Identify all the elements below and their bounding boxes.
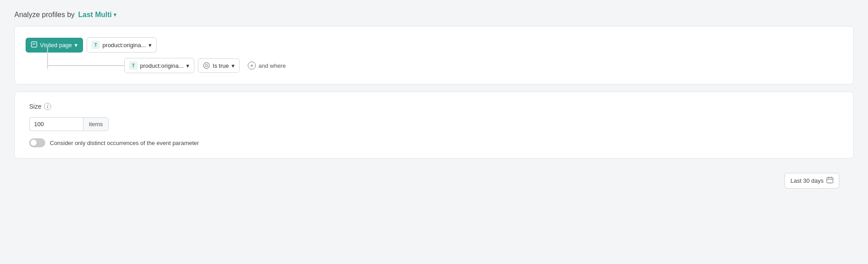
- property-dropdown-1[interactable]: T product:origina... ▾: [87, 37, 157, 53]
- and-where-label: and where: [259, 62, 286, 69]
- property-label-2: product:origina...: [140, 62, 184, 69]
- toggle-row: Consider only distinct occurrences of th…: [29, 138, 839, 147]
- condition-icon: [203, 62, 210, 69]
- size-label-row: Size i: [29, 103, 839, 110]
- filter-card: Visited page ▾ T product:origina... ▾ T: [14, 26, 854, 84]
- property-chevron-2: ▾: [186, 62, 189, 69]
- svg-rect-3: [827, 178, 833, 183]
- svg-point-1: [203, 63, 209, 69]
- size-unit-label: items: [83, 117, 109, 131]
- svg-point-2: [205, 65, 207, 67]
- toggle-label: Consider only distinct occurrences of th…: [50, 140, 199, 146]
- size-input-row: items: [29, 117, 839, 131]
- property-dropdown-2[interactable]: T product:origina... ▾: [124, 58, 194, 73]
- size-label: Size: [29, 103, 41, 110]
- calendar-icon: [826, 176, 833, 185]
- size-card: Size i items Consider only distinct occu…: [14, 92, 854, 158]
- property-chevron-1: ▾: [149, 42, 152, 48]
- condition-label: Is true: [213, 62, 229, 69]
- property-label-1: product:origina...: [102, 42, 146, 48]
- type-icon-1: T: [92, 41, 100, 49]
- filter-main-row: Visited page ▾ T product:origina... ▾: [26, 37, 842, 53]
- condition-dropdown[interactable]: Is true ▾: [198, 58, 240, 73]
- and-where-button[interactable]: + and where: [243, 59, 290, 72]
- event-button-chevron: ▾: [75, 42, 78, 48]
- date-range-label: Last 30 days: [790, 177, 824, 184]
- page-icon: [31, 41, 37, 49]
- toggle-thumb: [31, 140, 37, 146]
- event-button[interactable]: Visited page ▾: [26, 38, 83, 53]
- distinct-toggle[interactable]: [29, 138, 45, 147]
- profile-selector[interactable]: Last Multi ▾: [78, 11, 116, 19]
- analyze-prefix: Analyze profiles by: [14, 11, 75, 19]
- footer-row: Last 30 days: [14, 166, 854, 192]
- info-icon: i: [44, 103, 51, 110]
- connector-horizontal: [47, 65, 124, 66]
- analyze-header: Analyze profiles by Last Multi ▾: [14, 11, 854, 19]
- plus-circle-icon: +: [248, 62, 256, 70]
- date-range-button[interactable]: Last 30 days: [785, 173, 839, 189]
- chevron-down-icon: ▾: [114, 12, 116, 18]
- type-icon-2: T: [129, 62, 137, 70]
- filter-section: Visited page ▾ T product:origina... ▾ T: [26, 37, 842, 73]
- size-input[interactable]: [29, 117, 83, 131]
- profile-selector-label: Last Multi: [78, 11, 112, 19]
- event-button-label: Visited page: [40, 42, 72, 48]
- condition-chevron: ▾: [232, 62, 235, 69]
